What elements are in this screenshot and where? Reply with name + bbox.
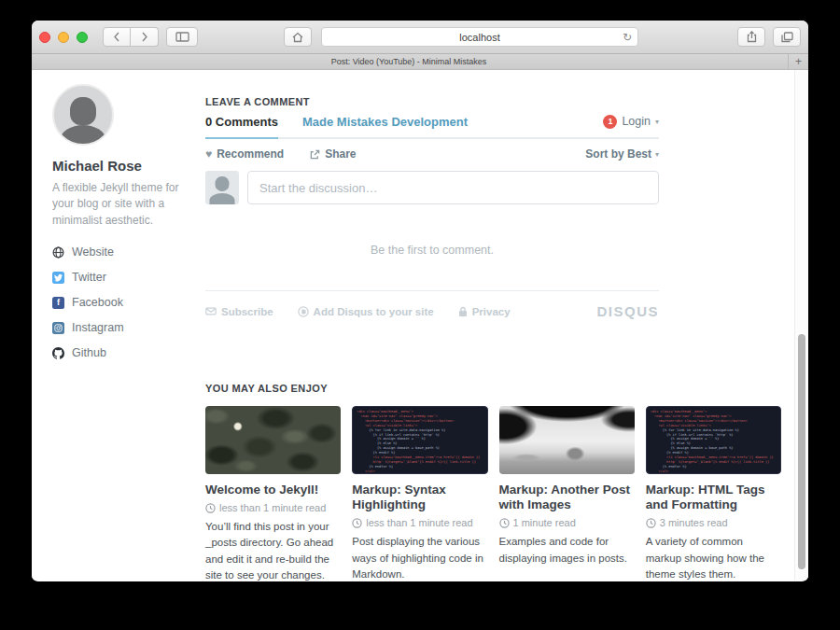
chevron-down-icon: ▾ <box>655 150 659 159</box>
sidebar-item-twitter[interactable]: Twitter <box>52 271 194 284</box>
post-thumbnail-code[interactable]: <div class="masthead__menu"> <nav id="si… <box>646 406 781 474</box>
tab-title-text: Post: Video (YouTube) - Minimal Mistakes <box>331 57 487 66</box>
subscribe-button[interactable]: Subscribe <box>205 306 273 317</box>
post-title-link[interactable]: Welcome to Jekyll! <box>205 483 341 497</box>
author-bio: A flexible Jekyll theme for your blog or… <box>52 180 194 229</box>
sidebar-item-website[interactable]: Website <box>52 245 194 259</box>
lock-icon <box>458 306 468 317</box>
share-label: Share <box>325 147 356 161</box>
page-content: Michael Rose A flexible Jekyll theme for… <box>32 70 808 581</box>
link-label: Github <box>72 346 106 359</box>
new-tab-button[interactable]: + <box>788 54 808 69</box>
post-title-link[interactable]: Markup: Syntax Highlighting <box>352 483 487 512</box>
link-label: Twitter <box>72 271 106 284</box>
link-label: Facebook <box>72 296 123 309</box>
share-button[interactable] <box>737 27 765 47</box>
facebook-icon: f <box>52 297 64 309</box>
read-time: less than 1 minute read <box>352 517 487 528</box>
author-links: Website Twitter f Facebook Instagram <box>52 245 194 359</box>
recommend-button[interactable]: ♥ Recommend <box>205 147 284 161</box>
back-button[interactable] <box>103 27 131 47</box>
read-time-label: 1 minute read <box>513 517 576 528</box>
post-excerpt: Post displaying the various ways of high… <box>352 534 487 581</box>
share-thread-button[interactable]: Share <box>310 147 356 161</box>
community-link[interactable]: Made Mistakes Development <box>302 115 468 137</box>
read-time-label: 3 minutes read <box>660 517 728 528</box>
disqus-actions: ♥ Recommend Share Sort by Best ▾ <box>205 139 659 168</box>
address-bar[interactable]: localhost ↻ <box>321 27 638 47</box>
login-menu[interactable]: 1 Login ▾ <box>603 115 659 137</box>
related-post-card: Markup: Another Post with Images 1 minut… <box>499 406 635 581</box>
clock-icon <box>352 518 362 528</box>
forward-button[interactable] <box>131 27 159 47</box>
related-post-card: <div class="masthead__menu"> <nav id="si… <box>646 406 781 581</box>
sidebar-toggle-button[interactable] <box>166 27 198 47</box>
post-thumbnail-fog[interactable] <box>499 406 635 474</box>
chevron-right-icon <box>141 32 148 42</box>
empty-state-message: Be the first to comment. <box>205 244 659 257</box>
scrollbar-thumb[interactable] <box>798 334 805 569</box>
privacy-link[interactable]: Privacy <box>458 306 511 317</box>
read-time: less than 1 minute read <box>205 502 341 513</box>
sort-label: Sort by Best <box>585 147 651 161</box>
recommend-label: Recommend <box>217 147 284 161</box>
tab-bar: Post: Video (YouTube) - Minimal Mistakes… <box>32 54 808 70</box>
comments-heading: LEAVE A COMMENT <box>205 96 781 107</box>
main-column: LEAVE A COMMENT 0 Comments Made Mistakes… <box>205 70 781 581</box>
active-tab[interactable]: Post: Video (YouTube) - Minimal Mistakes <box>32 54 786 69</box>
related-posts-heading: YOU MAY ALSO ENJOY <box>205 383 781 394</box>
heart-icon: ♥ <box>205 147 212 161</box>
notification-badge: 1 <box>603 115 617 129</box>
comment-input[interactable] <box>247 171 659 204</box>
envelope-icon <box>205 307 217 315</box>
related-post-card: <div class="masthead__menu"> <nav id="si… <box>352 406 487 581</box>
disqus-icon <box>298 306 309 317</box>
disqus-embed: 0 Comments Made Mistakes Development 1 L… <box>205 114 659 331</box>
read-time: 3 minutes read <box>646 517 781 528</box>
post-title-link[interactable]: Markup: HTML Tags and Formatting <box>646 483 781 512</box>
guest-avatar <box>205 171 239 204</box>
twitter-icon <box>52 272 64 284</box>
disqus-tabs: 0 Comments Made Mistakes Development 1 L… <box>205 114 659 139</box>
globe-icon <box>52 246 64 259</box>
read-time-label: less than 1 minute read <box>219 502 326 513</box>
post-thumbnail-moss[interactable] <box>205 406 341 474</box>
share-arrow-icon <box>310 149 320 160</box>
url-text: localhost <box>459 32 499 43</box>
post-thumbnail-code[interactable]: <div class="masthead__menu"> <nav id="si… <box>352 406 487 474</box>
home-icon <box>292 32 303 43</box>
add-disqus-label: Add Disqus to your site <box>314 306 434 317</box>
post-title-link[interactable]: Markup: Another Post with Images <box>499 483 635 512</box>
sidebar-item-github[interactable]: Github <box>52 346 194 359</box>
clock-icon <box>646 518 656 528</box>
avatar <box>52 84 114 146</box>
close-window-button[interactable] <box>39 32 50 43</box>
sidebar-item-facebook[interactable]: f Facebook <box>52 296 194 309</box>
link-label: Website <box>72 245 114 259</box>
login-label: Login <box>622 115 651 128</box>
clock-icon <box>205 503 216 513</box>
disqus-logo: DISQUS <box>596 303 659 319</box>
sidebar-icon <box>175 32 189 42</box>
post-excerpt: Examples and code for displaying images … <box>499 534 635 567</box>
clock-icon <box>499 518 510 528</box>
related-posts-grid: Welcome to Jekyll! less than 1 minute re… <box>205 406 781 581</box>
history-nav-group <box>103 27 159 47</box>
reload-icon[interactable]: ↻ <box>623 32 632 43</box>
window-controls <box>39 32 88 43</box>
plus-icon: + <box>795 55 802 68</box>
scrollbar-track[interactable] <box>794 70 808 581</box>
read-time: 1 minute read <box>499 517 635 528</box>
privacy-label: Privacy <box>472 306 511 317</box>
comment-composer <box>205 171 659 204</box>
minimize-window-button[interactable] <box>58 32 69 43</box>
tab-comments-count[interactable]: 0 Comments <box>205 115 278 139</box>
sort-by-best-dropdown[interactable]: Sort by Best ▾ <box>585 147 659 161</box>
add-disqus-link[interactable]: Add Disqus to your site <box>298 306 434 317</box>
browser-window: localhost ↻ Post: Video (YouTube) - Mini… <box>32 21 808 581</box>
zoom-window-button[interactable] <box>77 32 88 43</box>
home-button[interactable] <box>284 27 312 47</box>
sidebar-item-instagram[interactable]: Instagram <box>52 321 194 334</box>
show-tabs-button[interactable] <box>773 27 801 47</box>
read-time-label: less than 1 minute read <box>366 517 472 528</box>
